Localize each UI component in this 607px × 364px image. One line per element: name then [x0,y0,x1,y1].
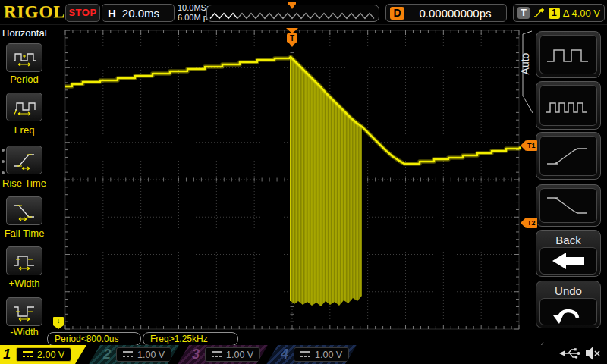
channel-3-scale: 1.00 V [226,350,253,360]
channel-1-number: 1 [3,347,11,362]
measure-label-period: Period [0,74,49,85]
delay-badge: D [390,7,404,20]
channel-2-number: 2 [103,347,111,362]
measurement-freq: Freq>1.25kHz [143,332,238,346]
horizontal-timebase-readout[interactable]: H 20.0ms [102,4,175,22]
measure-item-minus-width[interactable] [6,297,42,326]
trigger-readout[interactable]: T 1 Δ 4.00 V [513,4,605,22]
right-menu-tab-auto: Auto [519,33,531,94]
trigger-t-badge: T [517,7,530,19]
softkey-falling-ramp[interactable] [536,184,601,227]
pulse-train-icon [539,85,597,126]
usb-icon [559,348,580,359]
run-state-indicator[interactable]: STOP [65,4,100,22]
channel-2-scale: 1.00 V [137,350,165,360]
t2-label: T2 [526,218,537,228]
channel-4-number: 4 [281,347,288,362]
channel-2-scale-box: 1.00 V [116,347,171,362]
softkey-rising-ramp[interactable] [536,132,601,180]
measure-item-freq[interactable] [6,93,42,121]
channel-4-scale: 1.00 V [315,350,342,360]
measure-label-fall-time: Fall Time [0,228,49,239]
measure-label-plus-width: +Width [0,278,49,289]
channel-status-bar: 1 2.00 V 2 1.00 V 3 1.00 V 4 1.00 V [0,345,607,364]
graticule-and-waveform-display [0,0,607,364]
channel-3-scale-box: 1.00 V [205,347,260,362]
measure-item-period[interactable] [6,43,42,72]
minus-width-icon [11,300,37,323]
trigger-position-stem [289,43,295,47]
channel-1-scale: 2.00 V [37,350,64,360]
menu-page-dot [2,149,5,152]
plus-width-icon [11,249,37,272]
measurement-period: Period<800.0us [47,332,141,346]
softkey-back[interactable]: Back [536,230,601,277]
undo-label: Undo [539,284,597,297]
trigger-level-value: Δ 4.00 V [563,8,600,19]
h-label: H [108,7,116,20]
delay-readout[interactable]: D 0.00000000ps [385,4,507,22]
softkey-square-wave[interactable] [536,31,601,78]
oscilloscope-screen: RIGOL STOP H 20.0ms 10.0MSa/s 6.00M pts … [0,0,607,364]
ch1-marker-point [53,325,64,329]
channel-4-scale-box: 1.00 V [294,347,349,362]
speaker-muted-icon [586,347,599,360]
top-status-bar: RIGOL STOP H 20.0ms 10.0MSa/s 6.00M pts … [0,0,607,25]
measure-label-freq: Freq [0,124,49,136]
softkey-undo[interactable]: Undo [536,281,601,328]
trigger-position-triangle [286,28,298,33]
channel-1-scale-box: 2.00 V [16,347,71,362]
rising-ramp-icon [539,136,597,176]
channel-4-status[interactable]: 4 1.00 V [266,345,357,364]
t1-label: T1 [526,140,537,151]
menu-page-dot [2,171,5,174]
rigol-logo: RIGOL [4,2,66,22]
measure-item-fall-time[interactable] [6,196,42,225]
measure-item-rise-time[interactable] [6,146,42,174]
t2-arrow [521,218,526,228]
channel-1-status[interactable]: 1 2.00 V [0,345,86,364]
channel-3-status[interactable]: 3 1.00 V [178,345,268,364]
trigger-position-marker[interactable]: T [286,28,298,47]
timebase-value: 20.0ms [122,7,159,20]
trigger-level-marker-t2[interactable]: T2 [521,218,537,228]
rising-edge-icon [533,7,546,19]
trigger-position-label: T [287,33,297,43]
channel-2-status[interactable]: 2 1.00 V [89,345,179,364]
left-menu-title: Horizontal [2,27,47,39]
back-label: Back [539,234,597,246]
dc-coupling-icon [23,351,33,358]
freq-icon [11,96,37,118]
channel-3-number: 3 [192,347,200,362]
menu-page-dot [2,160,5,163]
dc-coupling-icon [123,351,133,358]
ch1-offscreen-arrow: ↓ [53,317,64,325]
measure-item-plus-width[interactable] [6,246,42,275]
falling-ramp-icon [539,188,597,223]
pin-triangle [289,5,295,9]
fall-time-icon [11,199,37,222]
trigger-source-badge: 1 [549,8,560,19]
preview-trigger-pin[interactable] [288,2,296,9]
measure-label-minus-width: -Width [0,326,49,337]
period-icon [11,46,37,69]
dc-coupling-icon [212,351,222,358]
io-icons [558,345,602,362]
square-wave-icon [539,35,597,74]
dc-coupling-icon [300,351,310,358]
measure-label-rise-time: Rise Time [0,177,49,189]
softkey-pulse-train[interactable] [536,81,601,130]
t1-arrow [521,140,526,151]
rise-time-icon [11,149,37,171]
back-arrow-icon [539,247,597,275]
delay-value: 0.00000000ps [404,7,506,20]
ch1-offscreen-position-marker[interactable]: ↓ [53,317,64,329]
io-status-panel [531,343,607,364]
undo-arrow-icon [539,298,597,325]
trigger-level-marker-t1[interactable]: T1 [521,140,537,151]
